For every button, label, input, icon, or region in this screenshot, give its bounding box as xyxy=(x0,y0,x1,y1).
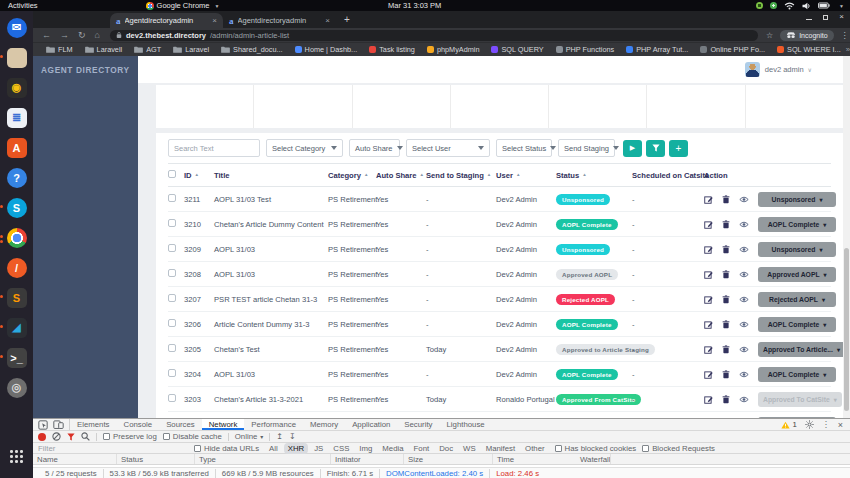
throttling-select[interactable]: Online xyxy=(235,432,264,441)
network-column-header[interactable]: Waterfall xyxy=(576,454,611,464)
view-icon[interactable] xyxy=(739,346,749,353)
network-filter-input[interactable] xyxy=(38,444,188,453)
column-header[interactable]: Status xyxy=(556,171,632,180)
view-icon[interactable] xyxy=(739,271,749,278)
filter-select[interactable]: Select Status xyxy=(496,139,552,157)
clear-icon[interactable] xyxy=(52,432,61,441)
delete-icon[interactable] xyxy=(722,320,730,329)
status-dropdown-button[interactable]: AOPL Complete xyxy=(758,367,836,382)
browser-tab[interactable]: a Agentdirectoryadmin × xyxy=(223,13,336,28)
bookmark-item[interactable]: SQL QUERY xyxy=(486,45,548,54)
search-input[interactable] xyxy=(168,139,260,157)
edit-icon[interactable] xyxy=(704,220,713,229)
row-checkbox[interactable] xyxy=(168,369,176,377)
delete-icon[interactable] xyxy=(722,245,730,254)
column-header[interactable]: Action xyxy=(704,171,831,180)
status-dropdown-button[interactable]: AOPL Complete xyxy=(758,317,836,332)
view-icon[interactable] xyxy=(739,196,749,203)
filter-button[interactable] xyxy=(646,140,665,157)
delete-icon[interactable] xyxy=(722,395,730,404)
dock-item[interactable]: / xyxy=(3,255,30,280)
network-column-header[interactable]: Initiator xyxy=(331,454,404,464)
network-column-header[interactable]: Status xyxy=(117,454,195,464)
clock[interactable]: Mar 31 3:03 PM xyxy=(388,1,441,10)
bookmark-item[interactable]: Laravel xyxy=(168,45,214,54)
devtools-close-icon[interactable]: × xyxy=(838,420,843,430)
status-dropdown-button[interactable]: Approved AOPL xyxy=(758,267,836,282)
browser-tab[interactable]: a Agentdirectoryadmin × xyxy=(110,13,223,28)
hide-data-urls-checkbox[interactable]: Hide data URLs xyxy=(194,444,259,453)
dock-item[interactable] xyxy=(3,225,30,250)
page-scrollbar[interactable] xyxy=(843,56,850,418)
activities-button[interactable]: Activities xyxy=(8,1,38,10)
network-column-header[interactable]: Size xyxy=(404,454,493,464)
blocked-requests-checkbox[interactable]: Blocked Requests xyxy=(642,444,715,453)
row-checkbox[interactable] xyxy=(168,194,176,202)
delete-icon[interactable] xyxy=(722,270,730,279)
bookmarks-overflow-chevron[interactable]: » xyxy=(846,45,850,54)
column-header[interactable]: Auto Share xyxy=(376,171,426,180)
url-field[interactable]: dev2.thebest.directory/admin/admin-artic… xyxy=(110,30,758,41)
close-tab-icon[interactable]: × xyxy=(325,16,330,25)
devtools-tab[interactable]: Network xyxy=(202,419,245,430)
devtools-tab[interactable]: Sources xyxy=(159,419,202,430)
filter-select[interactable]: Auto Share xyxy=(349,139,400,157)
bookmark-item[interactable]: Laravell xyxy=(80,45,128,54)
devtools-tab[interactable]: Performance xyxy=(244,419,303,430)
minimize-button[interactable] xyxy=(806,19,812,20)
close-tab-icon[interactable]: × xyxy=(212,16,217,25)
new-tab-button[interactable]: + xyxy=(344,14,350,25)
status-dropdown-button[interactable]: Unsponsored xyxy=(758,192,836,207)
request-type-filter[interactable]: Manifest xyxy=(482,443,519,454)
delete-icon[interactable] xyxy=(722,220,730,229)
devtools-tab[interactable]: Security xyxy=(397,419,439,430)
delete-icon[interactable] xyxy=(722,370,730,379)
back-button[interactable]: ← xyxy=(42,30,51,40)
request-type-filter[interactable]: WS xyxy=(459,443,480,454)
forward-button[interactable]: → xyxy=(60,30,69,40)
dock-item[interactable]: ≣ xyxy=(3,105,30,130)
scrollbar-thumb[interactable] xyxy=(844,248,849,411)
app-menu[interactable]: Google Chrome ▼ xyxy=(146,1,220,10)
bookmark-item[interactable]: SQL WHERE I... xyxy=(772,45,846,54)
devtools-tab[interactable]: Application xyxy=(345,419,397,430)
network-column-header[interactable]: Type xyxy=(195,454,331,464)
network-column-header[interactable]: Time xyxy=(493,454,576,464)
request-type-filter[interactable]: Img xyxy=(355,443,376,454)
request-type-filter[interactable]: Media xyxy=(378,443,407,454)
row-checkbox[interactable] xyxy=(168,344,176,352)
app-grid-icon[interactable] xyxy=(10,450,23,463)
inspect-element-icon[interactable] xyxy=(38,420,48,430)
edit-icon[interactable] xyxy=(704,345,713,354)
row-checkbox[interactable] xyxy=(168,269,176,277)
view-icon[interactable] xyxy=(739,246,749,253)
request-type-filter[interactable]: JS xyxy=(310,443,327,454)
edit-icon[interactable] xyxy=(704,395,713,404)
request-type-filter[interactable]: All xyxy=(265,443,282,454)
column-header[interactable]: Category xyxy=(328,171,376,180)
blocked-cookies-checkbox[interactable]: Has blocked cookies xyxy=(555,444,637,453)
devtools-tab[interactable]: Lighthouse xyxy=(439,419,491,430)
filter-select[interactable]: Send Staging xyxy=(558,139,615,157)
dock-item[interactable]: ✉ xyxy=(3,15,30,40)
delete-icon[interactable] xyxy=(722,345,730,354)
dock-item[interactable]: A xyxy=(3,135,30,160)
bookmark-item[interactable]: Online PHP Fo... xyxy=(695,45,770,54)
devtools-tab[interactable]: Memory xyxy=(303,419,345,430)
column-header[interactable]: Send to Staging xyxy=(426,171,496,180)
view-icon[interactable] xyxy=(739,296,749,303)
filter-select[interactable]: Select Category xyxy=(266,139,343,157)
row-checkbox[interactable] xyxy=(168,244,176,252)
request-type-filter[interactable]: XHR xyxy=(284,443,308,454)
column-header[interactable]: User xyxy=(496,171,556,180)
row-checkbox[interactable] xyxy=(168,219,176,227)
preserve-log-checkbox[interactable]: Preserve log xyxy=(103,432,157,441)
filter-select[interactable]: Select User xyxy=(406,139,490,157)
status-dropdown-button[interactable]: Approved To Article... xyxy=(758,342,843,357)
bookmark-star-icon[interactable]: ☆ xyxy=(766,31,773,40)
row-checkbox[interactable] xyxy=(168,319,176,327)
view-icon[interactable] xyxy=(739,371,749,378)
bookmark-item[interactable]: AGT xyxy=(129,45,166,54)
view-icon[interactable] xyxy=(739,221,749,228)
close-window-button[interactable]: × xyxy=(839,14,844,20)
